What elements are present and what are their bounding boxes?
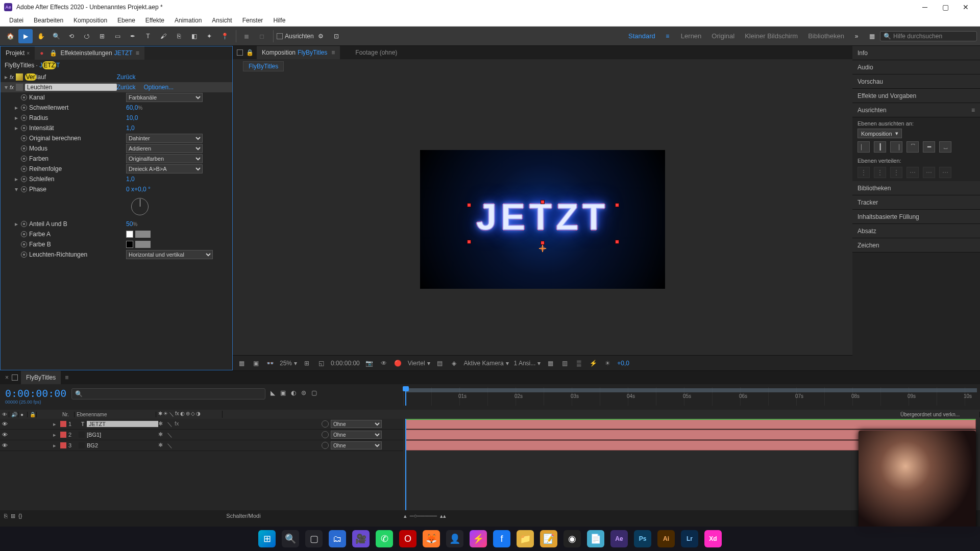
layer-row[interactable]: 👁 ▸ 2 [BG1] ✱＼ Ohne (0, 430, 403, 440)
layer-name[interactable]: [BG1] (87, 432, 158, 438)
pickwhip-icon[interactable] (322, 442, 329, 449)
prop-original-dropdown[interactable]: Dahinter (126, 134, 203, 143)
rect-tool[interactable]: ▭ (110, 29, 125, 43)
menu-komposition[interactable]: Komposition (68, 17, 112, 24)
canvas[interactable]: JETZT (420, 150, 665, 289)
taskbar-folder[interactable]: 📁 (517, 530, 534, 547)
zoom-tool[interactable]: 🔍 (49, 29, 63, 43)
phase-dial[interactable] (131, 198, 149, 215)
taskbar-video[interactable]: 🎥 (352, 530, 370, 547)
taskbar-messenger[interactable]: ⚡ (470, 530, 487, 547)
menu-bearbeiten[interactable]: Bearbeiten (29, 17, 68, 24)
tab-komposition[interactable]: Komposition FlyByTitles ≡ (257, 46, 340, 59)
timeline-tab[interactable]: FlyByTitles (21, 371, 61, 384)
motion-blur-icon[interactable]: ⊜ (301, 389, 306, 396)
menu-effekte[interactable]: Effekte (140, 17, 169, 24)
shape-fill-icon[interactable]: ◼ (239, 29, 254, 43)
workspace-menu-icon[interactable]: ≡ (660, 29, 675, 43)
panel-menu-icon[interactable]: ≡ (136, 49, 139, 57)
stopwatch-icon[interactable] (21, 156, 27, 162)
align-bottom-button[interactable]: ⎵ (939, 141, 951, 153)
video-toggle[interactable]: 👁 (0, 432, 9, 438)
taskbar-search[interactable]: 🔍 (282, 530, 299, 547)
align-vcenter-button[interactable]: ━ (923, 141, 935, 153)
shy-toggle-icon[interactable]: ◣ (271, 389, 275, 396)
prop-kanal-dropdown[interactable]: Farbkanäle (126, 93, 203, 102)
menu-fenster[interactable]: Fenster (237, 17, 268, 24)
taskbar-notes[interactable]: 📝 (540, 530, 557, 547)
distribute-button[interactable]: ⋯ (923, 167, 935, 178)
effect-verlauf[interactable]: ▸ fx Verlauf Zurück (1, 72, 232, 82)
layer-color[interactable] (60, 442, 66, 448)
stopwatch-icon[interactable] (21, 231, 27, 237)
prop-value[interactable]: 60,0 (126, 104, 138, 111)
hand-tool[interactable]: ✋ (34, 29, 48, 43)
twirl-icon[interactable]: ▸ (53, 421, 60, 428)
views-dropdown[interactable]: 1 Ansi...▾ (514, 360, 541, 367)
pickwhip-icon[interactable] (322, 420, 329, 428)
prop-value[interactable]: 0 x+0,0 ° (126, 186, 151, 193)
minimize-button[interactable]: ─ (915, 3, 935, 11)
tab-footage[interactable]: Footage (ohne) (355, 49, 397, 56)
stopwatch-icon[interactable] (21, 135, 27, 141)
menu-datei[interactable]: Datei (4, 17, 29, 24)
taskbar-facebook[interactable]: f (493, 530, 510, 547)
layer-name[interactable]: BG2 (87, 442, 158, 448)
stopwatch-icon[interactable] (21, 125, 27, 131)
prop-farben-dropdown[interactable]: Originalfarben (126, 154, 203, 163)
panel-content-aware-fill[interactable]: Inhaltsbasierte Füllung (852, 210, 980, 224)
lock-icon[interactable]: 🔒 (246, 49, 254, 56)
draft3d-icon[interactable]: ▣ (280, 389, 286, 396)
taskbar-explorer[interactable]: 🗂 (329, 530, 346, 547)
distribute-button[interactable]: ⋮ (874, 167, 886, 178)
resolution-icon[interactable]: ⊞ (302, 360, 311, 367)
panel-menu-icon[interactable]: ≡ (65, 374, 68, 381)
fx-enable-icon[interactable]: fx (10, 74, 14, 80)
stopwatch-icon[interactable] (21, 252, 27, 258)
panel-ausrichten[interactable]: Ausrichten ≡ (852, 103, 980, 117)
composition-viewer[interactable]: JETZT (233, 73, 852, 355)
video-toggle[interactable]: 👁 (0, 421, 9, 427)
taskbar-after-effects[interactable]: Ae (610, 530, 628, 547)
stopwatch-icon[interactable] (21, 94, 27, 101)
taskbar-notepad[interactable]: 📄 (587, 530, 604, 547)
distribute-button[interactable]: ⋯ (906, 167, 919, 178)
selection-handle[interactable] (615, 203, 619, 207)
color-swatch[interactable] (126, 231, 133, 238)
stopwatch-icon[interactable] (21, 186, 27, 192)
selection-handle[interactable] (467, 203, 471, 207)
distribute-button[interactable]: ⋮ (857, 167, 870, 178)
color-mgmt-icon[interactable]: 🔴 (394, 360, 403, 367)
panel-vorschau[interactable]: Vorschau (852, 74, 980, 89)
color-swatch[interactable] (126, 241, 133, 248)
footer-timecode[interactable]: 0:00:00:00 (331, 360, 360, 367)
snap-toggle[interactable]: Ausrichten (277, 33, 314, 40)
panel-menu-icon[interactable]: ≡ (331, 49, 335, 56)
menu-ansicht[interactable]: Ansicht (207, 17, 237, 24)
prop-value[interactable]: 10,0 (126, 114, 138, 121)
taskbar-start[interactable]: ⊞ (258, 530, 276, 547)
shape-stroke-icon[interactable]: ◻ (255, 29, 269, 43)
stopwatch-icon[interactable] (21, 176, 27, 182)
stopwatch-icon[interactable] (21, 241, 27, 247)
col-lock-icon[interactable]: 🔒 (28, 412, 37, 417)
zoom-slider[interactable]: ▴ ─○───── ▴▴ (404, 513, 446, 519)
flowchart-tab[interactable]: FlyByTitles (243, 61, 284, 71)
pickwhip-icon[interactable] (322, 431, 329, 438)
stopwatch-icon[interactable] (21, 145, 27, 152)
taskbar-firefox[interactable]: 🦊 (423, 530, 440, 547)
menu-hilfe[interactable]: Hilfe (268, 17, 290, 24)
panel-absatz[interactable]: Absatz (852, 224, 980, 238)
panel-audio[interactable]: Audio (852, 60, 980, 74)
parent-dropdown[interactable]: Ohne (331, 431, 382, 439)
anchor-point[interactable] (539, 245, 546, 252)
maximize-button[interactable]: ▢ (935, 3, 955, 11)
grid-icon[interactable]: ▒ (574, 360, 583, 367)
time-ruler[interactable]: 01s 02s 03s 04s 05s 06s 07s 08s 09s 10s (403, 387, 980, 406)
parent-dropdown[interactable]: Ohne (331, 420, 382, 428)
orbit-tool[interactable]: ⟲ (64, 29, 79, 43)
graph-editor-icon[interactable]: ▢ (311, 389, 317, 396)
stopwatch-icon[interactable] (21, 105, 27, 111)
close-icon[interactable]: × (27, 51, 30, 56)
workspace-standard[interactable]: Standard (623, 32, 660, 40)
